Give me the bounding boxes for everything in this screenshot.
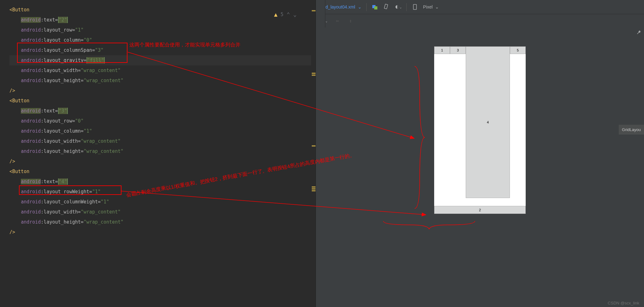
scrollbar-track[interactable] bbox=[311, 0, 316, 307]
device-icon[interactable] bbox=[411, 3, 418, 10]
pan-icon[interactable]: ↔ bbox=[334, 17, 341, 24]
file-name: grid_layout04.xml bbox=[321, 4, 355, 9]
preview-button-2[interactable]: 2 bbox=[434, 206, 526, 214]
scroll-warn-mark[interactable] bbox=[312, 190, 316, 191]
design-panel: grid_layout04.xml ⌄ ⌄ Pixel ⌄ 👁 ⌄ ↔ ↕ bbox=[316, 0, 644, 307]
xml-tag: <Button bbox=[9, 7, 29, 13]
svg-rect-2 bbox=[384, 4, 387, 9]
scroll-warn-mark[interactable] bbox=[312, 75, 316, 76]
code-editor[interactable]: <Button android:text="2" android:layout_… bbox=[0, 0, 316, 307]
prev-highlight-icon[interactable]: ⌃ bbox=[287, 9, 290, 20]
device-name: Pixel bbox=[423, 4, 433, 9]
preview-button-3[interactable]: 3 bbox=[450, 46, 466, 54]
inspection-badge[interactable]: ▲ 5 ⌃ ⌄ bbox=[274, 9, 297, 20]
divider bbox=[406, 3, 407, 11]
warning-icon: ▲ bbox=[274, 9, 277, 20]
tooltip: GridLayou bbox=[619, 125, 644, 135]
wrench-icon[interactable] bbox=[636, 30, 641, 36]
design-toolbar: grid_layout04.xml ⌄ ⌄ Pixel ⌄ bbox=[316, 0, 644, 14]
attr-namespace: android bbox=[21, 17, 41, 23]
next-highlight-icon[interactable]: ⌄ bbox=[293, 9, 297, 20]
preview-button-4[interactable]: 4 bbox=[466, 46, 510, 198]
scroll-warn-mark[interactable] bbox=[312, 145, 316, 147]
svg-rect-4 bbox=[413, 4, 417, 9]
warning-count: 5 bbox=[281, 9, 283, 20]
device-selector[interactable]: Pixel ⌄ bbox=[423, 4, 439, 9]
chevron-down-icon: ⌄ bbox=[435, 4, 439, 9]
watermark: CSDN @scx_link bbox=[608, 301, 639, 305]
scroll-warn-mark[interactable] bbox=[312, 186, 316, 188]
design-subbar: 👁 ⌄ ↔ ↕ bbox=[316, 14, 644, 27]
file-selector[interactable]: grid_layout04.xml ⌄ bbox=[321, 4, 362, 9]
svg-rect-1 bbox=[374, 6, 377, 9]
device-preview[interactable]: 1 3 5 4 2 bbox=[434, 46, 526, 214]
chevron-down-icon: ⌄ bbox=[358, 4, 362, 9]
divider bbox=[366, 3, 367, 11]
scroll-warn-mark[interactable] bbox=[312, 73, 316, 74]
design-canvas[interactable]: 1 3 5 4 2 bbox=[316, 27, 644, 307]
preview-button-1[interactable]: 1 bbox=[434, 46, 450, 54]
preview-button-5[interactable]: 5 bbox=[510, 46, 526, 54]
scroll-warn-mark[interactable] bbox=[312, 10, 316, 11]
scroll-warn-mark[interactable] bbox=[312, 188, 316, 190]
resize-icon[interactable]: ↕ bbox=[347, 17, 354, 24]
night-mode-icon[interactable]: ⌄ bbox=[395, 3, 402, 10]
orientation-icon[interactable] bbox=[383, 3, 390, 10]
design-surface-icon[interactable] bbox=[371, 3, 378, 10]
